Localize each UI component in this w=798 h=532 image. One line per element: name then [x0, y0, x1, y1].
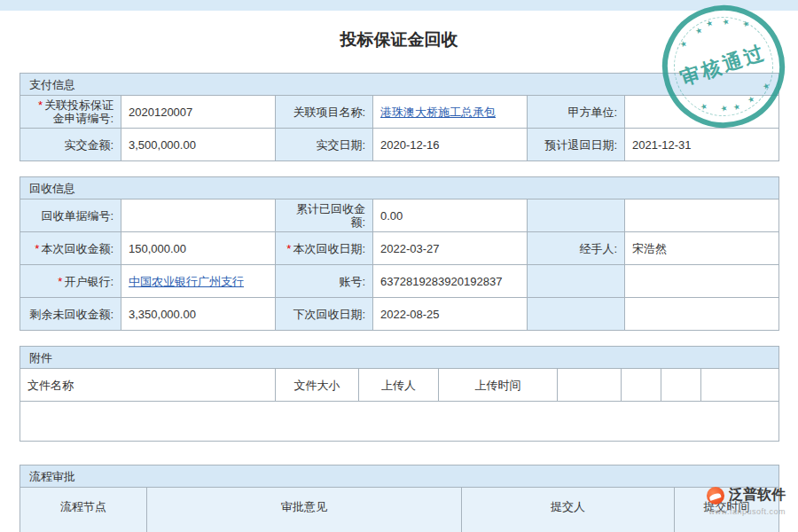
empty-column-header [622, 369, 661, 402]
field-value-recovery-amount: 150,000.00 [121, 232, 276, 265]
field-value-bank: 中国农业银行广州支行 [121, 265, 276, 298]
project-link[interactable]: 港珠澳大桥施工总承包 [380, 106, 496, 119]
brand-row: 泛普软件 [707, 486, 786, 505]
required-asterisk: * [286, 242, 291, 255]
table-row: 回收信息 [20, 177, 779, 200]
label-text: 本次回收金额: [41, 242, 113, 255]
column-header-file-size: 文件大小 [276, 369, 359, 402]
empty-column-header [661, 369, 701, 402]
field-label-handler: 经手人: [528, 232, 625, 265]
column-header-file-name: 文件名称 [20, 369, 276, 402]
field-label-app-no: *关联投标保证金申请编号: [20, 96, 121, 129]
label-text: 账号: [339, 275, 365, 288]
required-asterisk: * [38, 98, 43, 112]
required-asterisk: * [58, 275, 62, 288]
brand-url: www.fanpusoft.com [707, 507, 786, 516]
table-row: 文件名称 文件大小 上传人 上传时间 [20, 369, 779, 402]
empty-value-cell [625, 298, 779, 331]
payment-section-title: 支付信息 [20, 74, 779, 96]
table-row: 回收单据编号: 累计已回收金额: 0.00 [20, 200, 779, 232]
approval-section-title: 流程审批 [20, 466, 779, 488]
field-label-doc-no: 回收单据编号: [20, 200, 121, 232]
table-row: *本次回收金额: 150,000.00 *本次回收日期: 2022-03-27 … [20, 232, 779, 265]
top-accent-bar [0, 0, 798, 11]
empty-value-cell [625, 200, 779, 232]
field-value-paid-amount: 3,500,000.00 [121, 129, 276, 161]
field-value-next-date: 2022-08-25 [373, 298, 528, 331]
table-row: 剩余未回收金额: 3,350,000.00 下次回收日期: 2022-08-25 [20, 298, 779, 331]
field-value-party-a [625, 96, 779, 129]
field-label-project: 关联项目名称: [276, 96, 373, 129]
empty-label-cell [528, 265, 625, 298]
table-row: 流程节点 审批意见 提交人 提交时间 [20, 488, 779, 532]
attachments-section-title: 附件 [20, 347, 779, 369]
field-value-recovery-date: 2022-03-27 [373, 232, 528, 265]
label-text: 开户银行: [64, 275, 113, 288]
field-value-remaining: 3,350,000.00 [121, 298, 276, 331]
column-header-upload-time: 上传时间 [439, 369, 558, 402]
field-label-account: 账号: [276, 265, 373, 298]
field-label-remaining: 剩余未回收金额: [20, 298, 121, 331]
field-label-total-recovered: 累计已回收金额: [276, 200, 373, 232]
column-header-submitter: 提交人 [462, 488, 675, 532]
table-row: 流程审批 [20, 466, 779, 488]
field-value-paid-date: 2020-12-16 [373, 129, 528, 161]
field-value-handler: 宋浩然 [625, 232, 779, 265]
brand-name: 泛普软件 [729, 486, 786, 505]
field-label-recovery-amount: *本次回收金额: [20, 232, 121, 265]
empty-label-cell [528, 298, 625, 331]
footer-logo: 泛普软件 www.fanpusoft.com [707, 486, 786, 516]
payment-info-table: 支付信息 *关联投标保证金申请编号: 2020120007 关联项目名称: 港珠… [20, 73, 779, 161]
label-text: 关联投标保证金申请编号: [44, 98, 113, 125]
field-value-account: 6372819283920192837 [373, 265, 528, 298]
field-value-project: 港珠澳大桥施工总承包 [373, 96, 528, 129]
field-value-return-date: 2021-12-31 [625, 129, 779, 161]
page-root: 投标保证金回收 支付信息 *关联投标保证金申请编号: 2020120007 关联… [0, 0, 798, 532]
table-row: 附件 [20, 347, 779, 369]
field-value-total-recovered: 0.00 [373, 200, 528, 232]
field-label-paid-amount: 实交金额: [20, 129, 121, 161]
attachments-empty-row [20, 402, 779, 442]
field-label-bank: *开户银行: [20, 265, 121, 298]
table-row: *开户银行: 中国农业银行广州支行 账号: 637281928392019283… [20, 265, 779, 298]
table-row: *关联投标保证金申请编号: 2020120007 关联项目名称: 港珠澳大桥施工… [20, 96, 779, 129]
recovery-section-title: 回收信息 [20, 177, 779, 200]
label-text: 预计退回日期: [544, 138, 617, 152]
label-text: 累计已回收金额: [296, 202, 365, 229]
table-row: 实交金额: 3,500,000.00 实交日期: 2020-12-16 预计退回… [20, 129, 779, 161]
approval-flow-table: 流程审批 流程节点 审批意见 提交人 提交时间 [20, 465, 779, 532]
column-header-uploader: 上传人 [359, 369, 439, 402]
label-text: 经手人: [579, 242, 617, 255]
label-text: 本次回收日期: [293, 242, 365, 255]
field-value-app-no: 2020120007 [121, 96, 276, 129]
empty-column-header [558, 369, 622, 402]
field-label-next-date: 下次回收日期: [276, 298, 373, 331]
column-header-flow-node: 流程节点 [20, 488, 147, 532]
field-value-doc-no [121, 200, 276, 232]
field-label-party-a: 甲方单位: [528, 96, 625, 129]
field-label-paid-date: 实交日期: [276, 129, 373, 161]
empty-value-cell [625, 265, 779, 298]
field-label-recovery-date: *本次回收日期: [276, 232, 373, 265]
fanpu-logo-icon [707, 487, 724, 505]
table-row: 支付信息 [20, 74, 779, 96]
field-label-return-date: 预计退回日期: [528, 129, 625, 161]
column-header-opinion: 审批意见 [147, 488, 462, 532]
label-text: 下次回收日期: [293, 308, 365, 321]
table-row [20, 402, 779, 442]
label-text: 实交金额: [64, 138, 113, 152]
bank-link[interactable]: 中国农业银行广州支行 [129, 275, 244, 288]
label-text: 甲方单位: [567, 106, 617, 119]
label-text: 回收单据编号: [41, 209, 113, 223]
empty-label-cell [528, 200, 625, 232]
required-asterisk: * [35, 242, 39, 255]
label-text: 实交日期: [316, 138, 365, 152]
recovery-info-table: 回收信息 回收单据编号: 累计已回收金额: 0.00 *本次回收金额: 150,… [20, 176, 779, 331]
empty-column-header [701, 369, 779, 402]
attachments-table: 附件 文件名称 文件大小 上传人 上传时间 [20, 346, 779, 442]
page-title: 投标保证金回收 [0, 28, 798, 51]
label-text: 关联项目名称: [293, 106, 365, 119]
label-text: 剩余未回收金额: [29, 308, 113, 321]
